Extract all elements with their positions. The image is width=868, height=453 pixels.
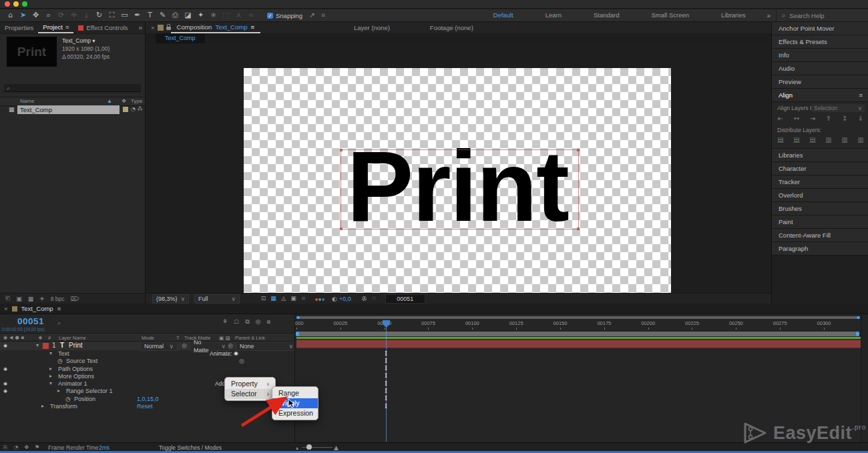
region-of-interest-icon[interactable]: ⊡	[258, 295, 268, 302]
composition-viewer[interactable]: Print	[146, 43, 771, 293]
help-search[interactable]: ⌕ Search Help	[776, 9, 868, 21]
sidebar-panel-audio[interactable]: Audio	[772, 62, 868, 75]
workspace-tab-default[interactable]: Default	[477, 9, 529, 21]
bit-depth-label[interactable]: 8 bpc	[51, 296, 65, 302]
dolly-camera-tool[interactable]: ⤓	[80, 9, 93, 21]
time-navigator-bar[interactable]	[296, 316, 860, 319]
project-settings-icon[interactable]: ✈	[39, 296, 45, 302]
draft-3d-icon[interactable]: ☖	[234, 318, 239, 326]
playhead-marker[interactable]	[383, 320, 390, 328]
column-name[interactable]: Name	[20, 98, 34, 104]
layer-color-swatch[interactable]	[43, 343, 49, 349]
label-color-swatch[interactable]	[123, 107, 128, 112]
expand-icon[interactable]: ✥	[24, 444, 29, 451]
brush-tool[interactable]: ✎	[156, 9, 169, 21]
frame-blending-icon[interactable]: ◎	[256, 318, 261, 326]
sort-arrow-icon[interactable]: ▲	[107, 98, 112, 104]
new-composition-icon[interactable]: ▦	[28, 296, 34, 302]
channel-rgb-icon[interactable]	[315, 296, 325, 302]
panel-menu-icon[interactable]: ≡	[65, 22, 69, 33]
expression-pickwhip-icon[interactable]: ◎	[239, 358, 244, 364]
property-value[interactable]: Reset	[137, 403, 153, 410]
stopwatch-icon[interactable]: ◷	[65, 396, 71, 402]
comp-info-name[interactable]: Text_Comp ▾	[62, 37, 110, 45]
project-item-row[interactable]: ▦ Text_Comp ◔ ⁂	[0, 105, 145, 114]
timeline-row-source-text[interactable]: ◷Source Text◎	[0, 358, 294, 365]
viewer-subtab-text-comp[interactable]: Text_Comp	[156, 33, 205, 43]
hide-shy-layers-icon[interactable]: ⧉	[245, 318, 249, 326]
layer-duration-bar[interactable]	[296, 340, 863, 348]
pen-tool[interactable]: ✒	[131, 9, 144, 21]
twirl-down-icon[interactable]: ▾	[49, 350, 52, 356]
zoom-window-button[interactable]	[22, 1, 27, 7]
zoom-out-mountain-icon[interactable]: ▴	[296, 445, 298, 451]
selection-handle[interactable]	[577, 149, 580, 151]
matte-pickwhip-icon[interactable]: ◎	[182, 342, 187, 349]
selection-handle[interactable]	[340, 228, 343, 230]
rectangle-tool[interactable]: ▭	[118, 9, 131, 21]
timeline-row-text[interactable]: ▾TextAnimate:◉	[0, 350, 294, 358]
composition-canvas[interactable]: Print	[244, 68, 671, 310]
menu-item-property[interactable]: Property›	[225, 379, 275, 389]
new-folder-icon[interactable]: ▣	[16, 296, 22, 302]
align-bottom-icon[interactable]: ⇓	[855, 115, 867, 122]
parent-pickwhip-icon[interactable]: ◎	[228, 342, 233, 349]
column-layer-name[interactable]: Layer Name	[59, 335, 86, 341]
workspace-tab-standard[interactable]: Standard	[578, 9, 636, 21]
align-right-icon[interactable]: ⇥	[807, 115, 819, 122]
close-window-button[interactable]	[5, 1, 10, 7]
interpret-footage-icon[interactable]: ⎗	[5, 295, 10, 302]
timeline-row-path-options[interactable]: ◉▸Path Options	[0, 366, 294, 373]
work-area-bar[interactable]	[296, 332, 859, 336]
column-type[interactable]: Type	[131, 98, 142, 104]
sidebar-panel-preview[interactable]: Preview	[772, 75, 868, 89]
tab-project[interactable]: Project≡	[38, 22, 73, 33]
twirl-down-icon[interactable]: ▾	[49, 380, 52, 386]
layer-twirl-icon[interactable]: ▾	[36, 342, 39, 348]
exposure-value[interactable]: +0,0	[339, 296, 351, 302]
blend-mode-dropdown[interactable]: Normal ∨	[140, 342, 178, 351]
sidebar-panel-info[interactable]: Info	[772, 49, 868, 62]
distribute-bottom-icon[interactable]: ▤	[807, 136, 819, 143]
roto-brush-tool[interactable]: ✦	[194, 9, 207, 21]
panel-menu-icon[interactable]: ≡	[859, 91, 863, 99]
selection-handle[interactable]	[577, 228, 580, 230]
axis-mode-view-tool[interactable]: ⌯	[245, 9, 258, 21]
animate-icon[interactable]: ◉	[234, 350, 238, 356]
tab-composition[interactable]: Composition Text_Comp ≡	[171, 22, 260, 33]
visibility-eye-icon[interactable]: ◉	[3, 366, 7, 372]
align-to-dropdown[interactable]: Selection ∨	[811, 104, 865, 112]
panel-overflow-icon[interactable]: »	[138, 24, 142, 31]
tab-layer[interactable]: Layer (none)	[334, 24, 410, 31]
sidebar-panel-effects-presets[interactable]: Effects & Presets	[772, 35, 868, 49]
mask-visibility-icon[interactable]: ◬	[278, 295, 288, 302]
puppet-pin-tool[interactable]: ⍟	[207, 9, 220, 21]
render-queue-icon[interactable]: ⎘	[3, 444, 7, 451]
axis-mode-world-tool[interactable]: ⋏	[232, 9, 245, 21]
gpu-info-icon[interactable]: ◔	[13, 444, 18, 451]
guides-icon[interactable]: ▣	[288, 295, 298, 302]
align-h-center-icon[interactable]: ↔	[791, 115, 803, 122]
snap-bracket-icon[interactable]: ⌗	[322, 11, 326, 19]
zoom-in-mountain-icon[interactable]: ▲	[334, 444, 339, 451]
column-parent-link[interactable]: Parent & Link	[235, 335, 265, 341]
workspace-overflow-icon[interactable]: »	[761, 12, 776, 19]
camera-tool[interactable]: ⛶	[105, 9, 118, 21]
label-column-icon[interactable]: ❖	[38, 335, 43, 341]
comp-mini-flowchart-icon[interactable]: ⚘	[222, 318, 228, 326]
label-column-icon[interactable]: ❖	[122, 98, 126, 104]
sidebar-panel-paint[interactable]: Paint	[772, 215, 868, 229]
transparency-grid-icon[interactable]: ▦	[268, 295, 278, 302]
workspace-tab-learn[interactable]: Learn	[529, 9, 578, 21]
snapshot-camera-icon[interactable]: ✇	[362, 296, 367, 302]
sidebar-panel-brushes[interactable]: Brushes	[772, 202, 868, 215]
sidebar-panel-libraries[interactable]: Libraries	[772, 149, 868, 162]
resolution-dropdown[interactable]: Full ∨	[194, 294, 240, 304]
zoom-tool[interactable]: ⌕	[42, 9, 55, 21]
type-tool[interactable]: T	[144, 9, 156, 21]
exposure-icon[interactable]: ◐	[332, 296, 337, 302]
pan-camera-tool[interactable]: ✛	[67, 9, 80, 21]
property-value[interactable]: 1,0,15,0	[137, 396, 159, 402]
align-top-icon[interactable]: ⇑	[823, 115, 835, 122]
layer-name[interactable]: Print	[69, 342, 83, 349]
